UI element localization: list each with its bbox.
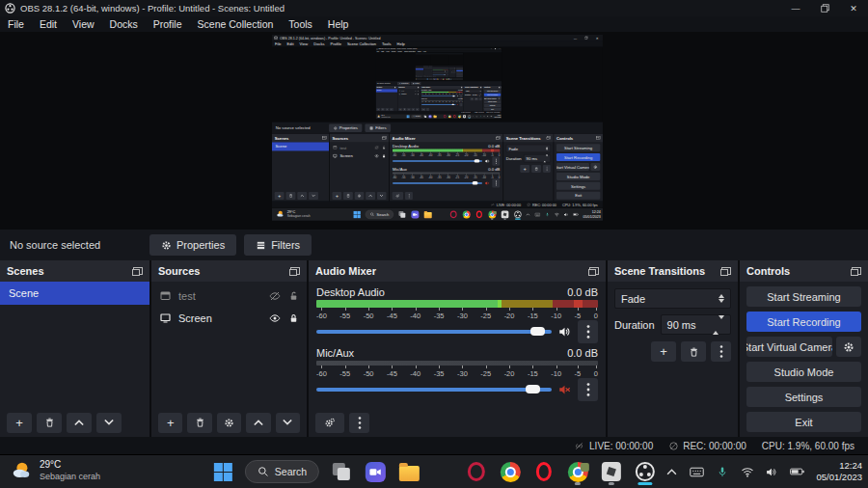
menu-profile[interactable]: Profile: [146, 18, 190, 30]
tray-volume-icon[interactable]: [764, 467, 780, 477]
start-recording-button[interactable]: Start Recording: [746, 312, 861, 332]
start-streaming-button[interactable]: Start Streaming: [746, 286, 861, 307]
scene-transitions-dock: Scene Transitions Fade Duration 90 ms +: [608, 260, 738, 437]
taskbar-firefox-icon[interactable]: [431, 459, 454, 484]
visibility-on-icon[interactable]: [268, 312, 282, 324]
tray-microphone-icon[interactable]: [714, 466, 730, 478]
speaker-icon[interactable]: [557, 325, 572, 339]
mixer-menu-button[interactable]: [349, 413, 369, 433]
menu-docks[interactable]: Docks: [102, 18, 146, 30]
tray-wifi-icon[interactable]: [739, 467, 755, 477]
speaker-muted-icon[interactable]: [557, 383, 572, 396]
stream-status-icon: [573, 441, 585, 451]
volume-slider[interactable]: [316, 388, 552, 392]
properties-button[interactable]: Properties: [149, 234, 236, 256]
advanced-audio-button[interactable]: [315, 413, 344, 433]
volume-slider-handle[interactable]: [530, 327, 545, 336]
add-source-button[interactable]: +: [158, 413, 182, 433]
virtual-camera-settings-button[interactable]: [836, 337, 861, 357]
search-icon: [258, 466, 269, 477]
mixer-body: Desktop Audio 0.0 dB -60-55-50-45-40-35-…: [309, 282, 606, 408]
popout-icon[interactable]: [289, 267, 300, 276]
exit-label: Exit: [795, 417, 812, 428]
search-box[interactable]: Search: [245, 460, 319, 483]
tray-battery-icon[interactable]: [789, 467, 805, 476]
popout-icon[interactable]: [132, 267, 143, 276]
exit-button[interactable]: Exit: [746, 412, 861, 432]
menu-tools[interactable]: Tools: [281, 18, 320, 30]
spinner-arrows-icon[interactable]: [713, 319, 724, 331]
transition-select[interactable]: Fade: [614, 288, 731, 309]
move-source-down-button[interactable]: [276, 413, 300, 433]
gear-icon: [161, 240, 172, 251]
controls-dock-header[interactable]: Controls: [740, 260, 868, 282]
lock-open-icon[interactable]: [288, 290, 299, 302]
source-row-test[interactable]: test: [151, 285, 307, 307]
settings-button[interactable]: Settings: [746, 387, 861, 407]
windows-taskbar: 29°C Sebagian cerah Search: [0, 454, 868, 488]
dock-area: Scenes Scene +: [0, 260, 868, 437]
taskbar-chat-icon[interactable]: [364, 459, 387, 484]
source-name: Screen: [178, 312, 261, 324]
remove-source-button[interactable]: [187, 413, 211, 433]
popout-icon[interactable]: [851, 267, 861, 276]
menu-bar: File Edit View Docks Profile Scene Colle…: [0, 16, 868, 32]
obs-window: OBS 28.1.2 (64-bit, windows) - Profile: …: [415, 53, 463, 80]
tray-keyboard-icon[interactable]: [689, 467, 705, 477]
filters-button[interactable]: Filters: [244, 234, 312, 256]
add-transition-button[interactable]: +: [651, 341, 676, 362]
source-status-text: No source selected: [10, 239, 149, 251]
volume-slider-handle[interactable]: [526, 385, 540, 393]
source-row-screen[interactable]: Screen: [151, 307, 307, 329]
mixer-dock-header[interactable]: Audio Mixer: [309, 260, 606, 282]
menu-file[interactable]: File: [0, 18, 32, 30]
taskbar-roblox-icon[interactable]: [600, 459, 623, 484]
menu-scene-collection[interactable]: Scene Collection: [190, 18, 282, 30]
taskbar-chrome-profile-icon[interactable]: [566, 459, 589, 484]
transitions-dock-header[interactable]: Scene Transitions: [608, 260, 738, 282]
transition-menu-button[interactable]: [711, 341, 731, 362]
weather-widget[interactable]: 29°C Sebagian cerah: [10, 459, 100, 482]
add-scene-button[interactable]: +: [7, 413, 32, 433]
duration-spinbox[interactable]: 90 ms: [661, 314, 731, 335]
start-button[interactable]: [211, 459, 234, 484]
source-properties-button[interactable]: [217, 413, 241, 433]
menu-help[interactable]: Help: [320, 18, 357, 30]
remove-scene-button[interactable]: [37, 413, 62, 433]
remove-transition-button[interactable]: [681, 341, 706, 362]
lock-closed-icon[interactable]: [288, 312, 299, 324]
taskbar-opera-icon[interactable]: [532, 459, 556, 484]
preview-capture[interactable]: OBS 28.1.2 (64-bit, windows) - Profile: …: [272, 35, 603, 221]
scenes-dock-header[interactable]: Scenes: [0, 260, 149, 282]
channel-menu-button[interactable]: [578, 320, 598, 343]
start-virtual-camera-button[interactable]: Start Virtual Camera: [746, 337, 832, 357]
obs-window: OBS 28.1.2 (64-bit, windows) - Profile: …: [0, 0, 868, 488]
visibility-off-icon[interactable]: [268, 290, 282, 302]
duration-label: Duration: [614, 319, 655, 331]
popout-icon[interactable]: [588, 267, 599, 276]
cpu-fps-stats: CPU: 1.9%, 60.00 fps: [762, 441, 854, 451]
close-button[interactable]: ✕: [839, 0, 868, 16]
taskbar-chrome-icon[interactable]: [499, 459, 522, 484]
studio-mode-button[interactable]: Studio Mode: [746, 362, 861, 382]
scene-list-item[interactable]: Scene: [0, 282, 149, 305]
menu-edit[interactable]: Edit: [32, 18, 65, 30]
menu-view[interactable]: View: [65, 18, 102, 30]
taskbar-opera-gx-icon[interactable]: [465, 459, 488, 484]
move-source-up-button[interactable]: [246, 413, 270, 433]
obs-window: OBS 28.1.2 (64-bit, windows) - Profile: …: [375, 48, 502, 119]
restore-button[interactable]: [810, 0, 839, 16]
taskbar-clock[interactable]: 12:24 05/01/2023: [816, 460, 862, 483]
move-scene-down-button[interactable]: [96, 413, 122, 433]
sources-dock-header[interactable]: Sources: [151, 260, 307, 282]
task-view-button[interactable]: [330, 459, 353, 484]
taskbar-file-explorer-icon[interactable]: [397, 459, 420, 484]
weather-temperature: 29°C: [40, 459, 100, 471]
taskbar-obs-icon[interactable]: [634, 459, 657, 484]
volume-slider[interactable]: [316, 330, 552, 334]
channel-menu-button[interactable]: [578, 378, 598, 401]
popout-icon[interactable]: [720, 267, 731, 276]
tray-chevron-up-icon[interactable]: [664, 469, 680, 475]
move-scene-up-button[interactable]: [67, 413, 92, 433]
minimize-button[interactable]: —: [781, 0, 810, 16]
